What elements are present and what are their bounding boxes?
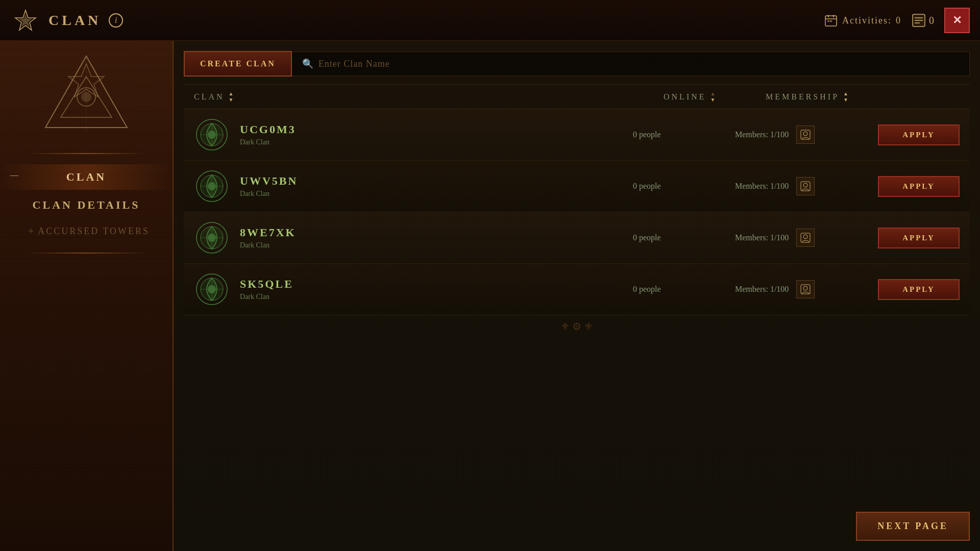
clan-type: Dark Clan (240, 138, 296, 146)
activities-icon (824, 13, 838, 28)
online-count: 0 people (633, 182, 735, 191)
sidebar-item-clan-details[interactable]: CLAN DETAILS (0, 192, 173, 218)
member-icon (796, 177, 815, 195)
next-page-button[interactable]: NEXT PAGE (856, 512, 970, 541)
header-right: Activities: 0 0 ✕ (824, 0, 970, 41)
sidebar-clan-label: CLAN (66, 170, 106, 183)
member-count: Members: 1/100 (735, 285, 789, 294)
top-bar: CREATE CLAN 🔍 (184, 51, 970, 77)
svg-rect-10 (915, 20, 923, 21)
clan-info: 8WE7XK Dark Clan (194, 220, 633, 256)
svg-point-32 (803, 183, 807, 187)
clan-name: UWV5BN (240, 174, 298, 188)
bottom-bar: NEXT PAGE (856, 512, 970, 541)
col-membership-label: MEMBERSHIP (766, 92, 839, 102)
clan-type: Dark Clan (240, 241, 296, 249)
svg-point-39 (803, 235, 807, 239)
sort-arrows-online: ▲ ▼ (710, 91, 718, 103)
search-bar: 🔍 (292, 52, 970, 76)
header: CLAN i Activities: 0 0 ✕ (0, 0, 980, 41)
sort-arrows-membership: ▲ ▼ (843, 91, 850, 103)
clan-name: 8WE7XK (240, 226, 296, 239)
clan-text: SK5QLE Dark Clan (240, 278, 293, 301)
search-input[interactable] (318, 59, 959, 69)
notification-icon (912, 13, 926, 28)
member-count: Members: 1/100 (735, 233, 789, 242)
sidebar-item-clan[interactable]: CLAN (0, 164, 173, 190)
main-content: CREATE CLAN 🔍 CLAN ▲ ▼ ONLINE ▲ ▼ MEMBER… (174, 41, 980, 551)
apply-button[interactable]: APPLY (878, 279, 960, 300)
close-button[interactable]: ✕ (944, 8, 970, 33)
membership-info: Members: 1/100 (735, 177, 878, 195)
clan-type: Dark Clan (240, 293, 293, 301)
notification-badge: 0 (912, 13, 934, 28)
clan-info: UWV5BN Dark Clan (194, 168, 633, 204)
sidebar-divider-bottom (25, 253, 148, 254)
col-header-action (909, 91, 960, 103)
clan-emblem (194, 220, 230, 256)
clan-emblem (194, 117, 230, 153)
table-row: SK5QLE Dark Clan 0 people Members: 1/100… (184, 264, 970, 315)
sort-arrows-clan: ▲ ▼ (229, 91, 236, 103)
activities-count: 0 (896, 15, 901, 26)
online-count: 0 people (633, 233, 735, 242)
apply-button[interactable]: APPLY (878, 124, 960, 145)
col-header-membership[interactable]: MEMBERSHIP ▲ ▼ (766, 91, 909, 103)
clan-rows: UCG0M3 Dark Clan 0 people Members: 1/100… (184, 109, 970, 315)
svg-rect-11 (915, 22, 920, 23)
apply-button[interactable]: APPLY (878, 228, 960, 248)
clan-emblem (194, 271, 230, 307)
membership-info: Members: 1/100 (735, 126, 878, 144)
header-logo (10, 5, 41, 36)
clan-name: UCG0M3 (240, 123, 296, 136)
table-row: 8WE7XK Dark Clan 0 people Members: 1/100… (184, 212, 970, 264)
sidebar-emblem (35, 46, 137, 148)
membership-info: Members: 1/100 (735, 280, 878, 298)
sidebar-clan-details-label: CLAN DETAILS (33, 198, 140, 211)
membership-info: Members: 1/100 (735, 229, 878, 247)
member-count: Members: 1/100 (735, 182, 789, 191)
activities-button[interactable]: Activities: 0 (824, 13, 901, 28)
info-button[interactable]: i (109, 13, 123, 28)
activities-label: Activities: (842, 15, 892, 26)
clan-name: SK5QLE (240, 278, 293, 291)
svg-rect-6 (827, 20, 829, 22)
col-clan-label: CLAN (194, 92, 225, 102)
online-count: 0 people (633, 130, 735, 139)
svg-point-25 (803, 132, 807, 136)
notification-count: 0 (929, 15, 934, 27)
create-clan-button[interactable]: CREATE CLAN (184, 51, 292, 77)
member-icon (796, 280, 815, 298)
table-bottom-decoration: ⚜ ⚙ ⚜ (184, 315, 970, 338)
table-row: UCG0M3 Dark Clan 0 people Members: 1/100… (184, 109, 970, 161)
sidebar-divider-top (25, 153, 148, 154)
online-count: 0 people (633, 285, 735, 294)
member-icon (796, 126, 815, 144)
expand-icon: + (28, 226, 34, 237)
clan-text: UCG0M3 Dark Clan (240, 123, 296, 146)
svg-rect-9 (915, 17, 923, 18)
svg-point-46 (803, 286, 807, 290)
header-title: CLAN (48, 12, 101, 29)
clan-type: Dark Clan (240, 190, 298, 198)
sidebar-nav: CLAN CLAN DETAILS + ACCURSED TOWERS (0, 164, 173, 242)
col-header-online[interactable]: ONLINE ▲ ▼ (664, 91, 766, 103)
col-online-label: ONLINE (664, 92, 706, 102)
search-icon: 🔍 (302, 58, 313, 69)
member-icon (796, 229, 815, 247)
apply-button[interactable]: APPLY (878, 176, 960, 197)
col-header-clan[interactable]: CLAN ▲ ▼ (194, 91, 664, 103)
clan-text: 8WE7XK Dark Clan (240, 226, 296, 249)
sidebar-accursed-towers-label: ACCURSED TOWERS (38, 226, 150, 237)
member-count: Members: 1/100 (735, 130, 789, 139)
table-row: UWV5BN Dark Clan 0 people Members: 1/100… (184, 161, 970, 212)
table-header: CLAN ▲ ▼ ONLINE ▲ ▼ MEMBERSHIP ▲ ▼ (184, 84, 970, 109)
clan-info: SK5QLE Dark Clan (194, 271, 633, 307)
clan-emblem (194, 168, 230, 204)
sidebar-item-accursed-towers[interactable]: + ACCURSED TOWERS (8, 220, 165, 242)
clan-info: UCG0M3 Dark Clan (194, 117, 633, 153)
sidebar: CLAN CLAN DETAILS + ACCURSED TOWERS (0, 0, 174, 551)
clan-text: UWV5BN Dark Clan (240, 174, 298, 198)
svg-rect-7 (830, 20, 832, 22)
